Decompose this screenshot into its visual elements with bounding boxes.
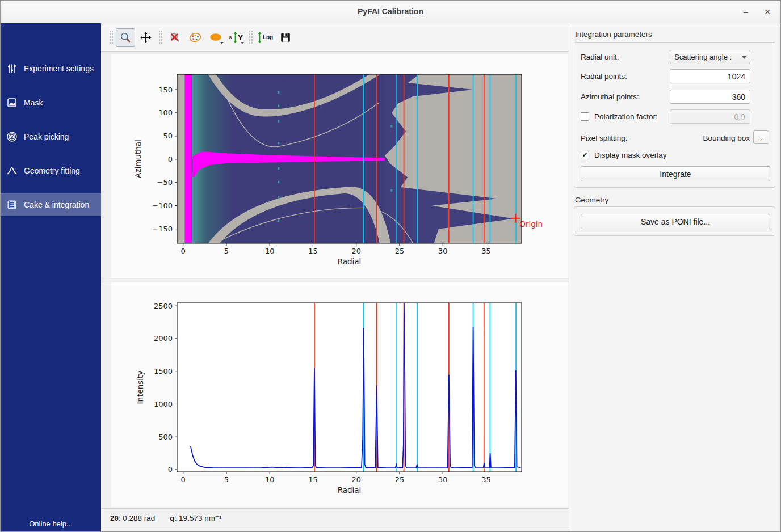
magnifier-icon — [120, 32, 131, 43]
cake-list-icon — [6, 199, 18, 210]
mask-shape-button[interactable] — [206, 28, 225, 47]
title-bar: PyFAI Calibration – ✕ — [1, 1, 780, 23]
svg-text:0: 0 — [181, 247, 186, 255]
pixel-splitting-label: Pixel splitting: — [581, 134, 628, 142]
sidebar-item-experiment-settings[interactable]: Experiment settings — [1, 57, 101, 80]
svg-text:100: 100 — [158, 108, 173, 117]
toolbar-grip[interactable] — [249, 30, 253, 45]
up-down-arrow-icon — [233, 32, 238, 43]
radial-points-label: Radial points: — [581, 72, 627, 81]
online-help-link[interactable]: Online help... — [1, 520, 101, 528]
svg-text:2500: 2500 — [154, 302, 173, 310]
radial-unit-select[interactable]: Scattering angle : — [670, 50, 750, 64]
polarization-checkbox[interactable] — [581, 112, 589, 121]
polarization-input[interactable] — [670, 109, 750, 124]
save-plot-button[interactable] — [276, 28, 295, 47]
svg-text:35: 35 — [481, 247, 491, 255]
q-readout: q: 19.573 nm⁻¹ — [170, 513, 221, 522]
svg-text:−100: −100 — [152, 201, 173, 210]
svg-text:Radial: Radial — [338, 485, 362, 495]
azimuthal-points-label: Azimuthal points: — [581, 92, 639, 101]
chevron-down-icon — [742, 56, 746, 59]
integration-plot[interactable]: 0510152025303505001000150020002500Radial… — [111, 282, 568, 507]
svg-text:Azimuthal: Azimuthal — [133, 140, 142, 178]
pyfai-window: PyFAI Calibration – ✕ Experiment setting… — [0, 0, 781, 532]
two-theta-readout: 2θ: 0.288 rad — [110, 514, 155, 522]
sidebar-item-cake-integration[interactable]: Cake & integration — [1, 193, 101, 216]
sidebar-item-label: Mask — [24, 98, 43, 107]
sidebar-item-mask[interactable]: Mask — [1, 91, 101, 114]
toolbar-grip[interactable] — [158, 30, 162, 45]
svg-text:−50: −50 — [157, 178, 173, 187]
up-down-arrow-icon — [257, 32, 262, 43]
sidebar: Experiment settings Mask Peak picking Ge… — [1, 23, 101, 532]
svg-text:−150: −150 — [152, 225, 173, 233]
integration-figure: 0510152025303505001000150020002500Radial… — [111, 282, 568, 507]
azimuthal-points-input[interactable] — [670, 90, 750, 104]
svg-text:15: 15 — [308, 475, 318, 484]
sidebar-item-label: Geometry fitting — [24, 166, 80, 175]
y-axis-orientation-button[interactable]: a Y — [226, 28, 246, 47]
svg-text:Intensity: Intensity — [136, 371, 145, 404]
cake-figure: 05101520253035150100500−50−100−150Radial… — [111, 54, 568, 278]
dropdown-corner-icon — [241, 42, 244, 44]
palette-icon — [189, 32, 201, 43]
svg-text:35: 35 — [481, 475, 491, 484]
cake-plot[interactable]: 05101520253035150100500−50−100−150Radial… — [111, 54, 568, 278]
sliders-icon — [6, 63, 18, 74]
pixel-splitting-value: Bounding box — [700, 134, 750, 142]
log-scale-button[interactable]: Log — [255, 28, 275, 47]
radial-unit-label: Radial unit: — [581, 53, 619, 61]
close-button[interactable]: ✕ — [760, 5, 775, 19]
svg-text:25: 25 — [395, 247, 405, 255]
sidebar-item-label: Peak picking — [24, 132, 69, 141]
svg-text:20: 20 — [351, 475, 361, 484]
colormap-button[interactable] — [186, 28, 205, 47]
main-area: a Y Log — [101, 23, 569, 532]
mask-icon — [6, 97, 18, 108]
origin-label: Origin — [519, 219, 543, 229]
sidebar-item-peak-picking[interactable]: Peak picking — [1, 125, 101, 148]
ellipse-icon — [209, 32, 222, 43]
radial-points-input[interactable] — [670, 69, 750, 83]
svg-text:5: 5 — [224, 247, 229, 255]
mask-overlay-checkbox[interactable]: ✔ — [581, 151, 589, 159]
mask-overlay-label: Display mask overlay — [594, 151, 667, 159]
toolbar-grip[interactable] — [109, 30, 113, 45]
peak-curve-icon — [6, 165, 18, 176]
plot-toolbar: a Y Log — [101, 23, 569, 52]
svg-text:500: 500 — [158, 433, 173, 441]
geometry-title: Geometry — [575, 196, 608, 204]
save-poni-button[interactable]: Save as PONI file... — [581, 214, 770, 229]
integration-parameters-title: Integration parameters — [575, 30, 652, 39]
svg-text:Radial: Radial — [338, 257, 362, 266]
svg-text:20: 20 — [351, 247, 361, 255]
svg-text:150: 150 — [158, 86, 173, 94]
window-title: PyFAI Calibration — [1, 7, 780, 16]
svg-text:10: 10 — [265, 247, 275, 255]
zoom-mode-button[interactable] — [116, 28, 135, 47]
integrate-button[interactable]: Integrate — [581, 166, 770, 181]
log-label: Log — [263, 34, 273, 40]
sidebar-item-geometry-fitting[interactable]: Geometry fitting — [1, 159, 101, 182]
svg-text:5: 5 — [224, 475, 229, 484]
zoom-reset-button[interactable] — [165, 28, 184, 47]
polarization-label: Polarization factor: — [594, 112, 658, 121]
pan-icon — [140, 32, 152, 43]
pan-mode-button[interactable] — [136, 28, 156, 47]
svg-text:2000: 2000 — [154, 334, 173, 343]
sidebar-item-label: Experiment settings — [24, 64, 94, 73]
svg-text:0: 0 — [181, 475, 186, 484]
svg-text:30: 30 — [438, 475, 448, 484]
sidebar-item-label: Cake & integration — [24, 200, 89, 209]
sidebar-nav: Experiment settings Mask Peak picking Ge… — [1, 23, 101, 216]
right-panel: Integration parameters Radial unit: Scat… — [569, 23, 781, 532]
save-floppy-icon — [280, 32, 291, 43]
dropdown-corner-icon — [220, 42, 224, 44]
minimize-button[interactable]: – — [738, 5, 753, 19]
status-bar: 2θ: 0.288 rad q: 19.573 nm⁻¹ — [101, 508, 569, 527]
pixel-splitting-more-button[interactable]: ... — [753, 130, 769, 144]
zoom-clear-icon — [169, 32, 180, 43]
svg-text:15: 15 — [308, 247, 318, 255]
plot-splitter[interactable] — [101, 278, 569, 282]
